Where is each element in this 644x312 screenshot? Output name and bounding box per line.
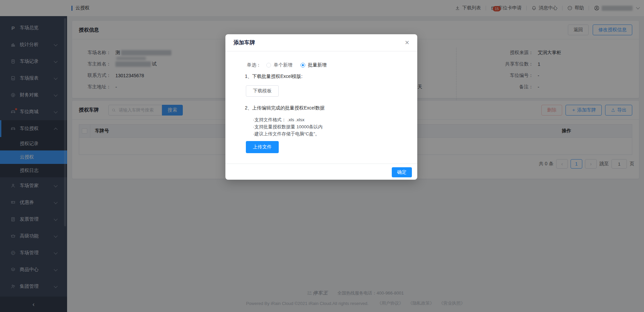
confirm-button[interactable]: 确定 — [392, 167, 412, 177]
modal-footer: 确定 — [225, 164, 417, 180]
radio-group-label: 单选： — [247, 62, 261, 68]
note-data-limit: ·支持批量授权数据量 10000条以内 — [253, 123, 323, 130]
modal-header: 添加车牌 × — [225, 34, 417, 51]
modal-title: 添加车牌 — [233, 39, 255, 46]
radio-batch-add[interactable]: 批量新增 — [301, 62, 327, 68]
download-template-button[interactable]: 下载模板 — [246, 85, 279, 97]
note-file-format: ·支持文件格式： .xls .xlsx — [253, 116, 323, 123]
radio-single-add[interactable]: 单个新增 — [266, 62, 292, 68]
radio-icon — [266, 63, 271, 68]
modal-step2-text: 2、上传编辑完成的批量授权Excel数据 — [245, 105, 325, 111]
close-icon[interactable]: × — [405, 39, 409, 46]
modal-step1-text: 1、下载批量授权Excel模版: — [245, 74, 303, 80]
radio-icon — [301, 63, 305, 68]
modal-notes: ·支持文件格式： .xls .xlsx ·支持批量授权数据量 10000条以内 … — [253, 116, 323, 137]
add-mode-radio-group: 单选： 单个新增 批量新增 — [247, 62, 335, 68]
upload-file-button[interactable]: 上传文件 — [246, 141, 279, 153]
app-root: 云授权 下载列表 15 车位卡申请 消息中心 — [0, 0, 644, 312]
add-plate-modal: 添加车牌 × 单选： 单个新增 批量新增 1、下载批量授权Excel模版: 下载… — [225, 34, 417, 180]
note-storage-advice: ·建议上传文件存储于电脑“C盘”。 — [253, 130, 323, 137]
